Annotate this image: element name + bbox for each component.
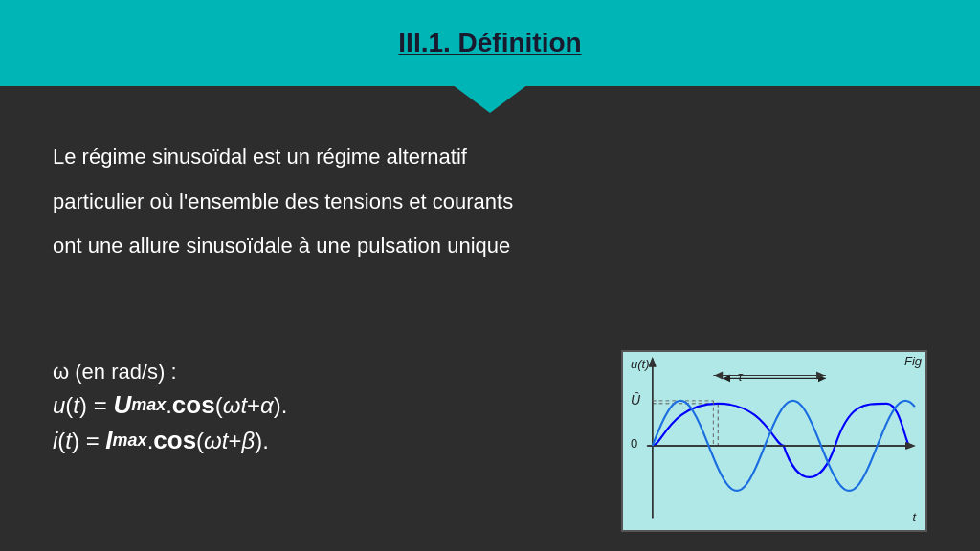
equations: ω (en rad/s) : u ( t ) = U max . cos ( ω… <box>53 360 592 461</box>
bottom-section: ω (en rad/s) : u ( t ) = U max . cos ( ω… <box>53 360 927 532</box>
paragraph-line3: ont une allure sinusoïdale à une pulsati… <box>53 228 927 265</box>
svg-marker-17 <box>816 372 825 380</box>
equation2: i ( t ) = I max . cos ( ω t + β ). <box>53 426 592 455</box>
svg-marker-16 <box>714 372 723 380</box>
header-title: III.1. Définition <box>398 28 581 58</box>
sine-wave-chart: Fig u(t) Û 0 τ t <box>621 350 927 532</box>
paragraph-line1: Le régime sinusoïdal est un régime alter… <box>53 139 927 176</box>
svg-marker-10 <box>649 357 657 366</box>
equation1: u ( t ) = U max . cos ( ω t + α ). <box>53 390 592 420</box>
paragraph-line2: particulier où l'ensemble des tensions e… <box>53 184 927 221</box>
definition-text: Le régime sinusoïdal est un régime alter… <box>53 139 927 360</box>
svg-marker-12 <box>906 442 916 450</box>
content: Le régime sinusoïdal est un régime alter… <box>0 86 980 551</box>
header: III.1. Définition <box>0 0 980 86</box>
omega-line: ω (en rad/s) : <box>53 360 592 385</box>
chart-wave-svg: (function() { var path = document.getEle… <box>623 352 925 530</box>
